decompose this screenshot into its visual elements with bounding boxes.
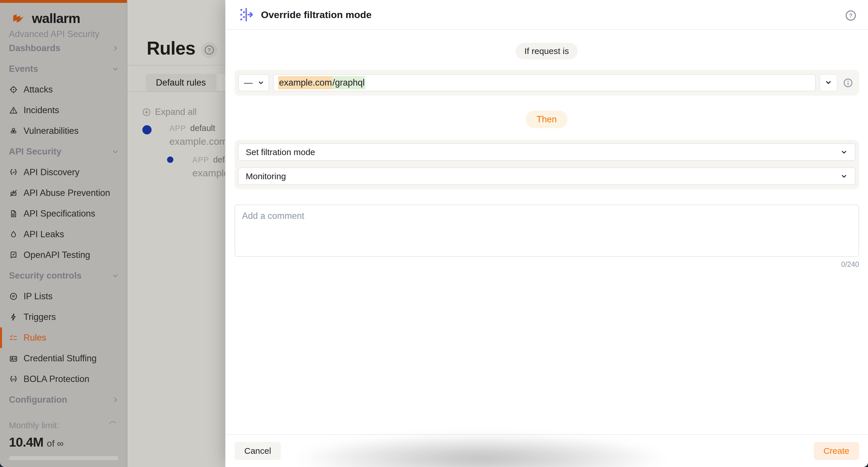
modal-help-icon[interactable]: ? — [844, 9, 857, 22]
create-button[interactable]: Create — [814, 442, 859, 460]
action-select[interactable]: Set filtration mode — [238, 143, 856, 161]
modal-header: Override filtration mode ? — [225, 0, 868, 30]
action-select-value: Set filtration mode — [246, 147, 315, 157]
condition-expand-button[interactable] — [819, 74, 837, 91]
info-icon[interactable] — [843, 78, 854, 88]
if-request-pill: If request is — [516, 43, 578, 59]
filtration-mode-value: Monitoring — [246, 172, 286, 181]
chevron-down-icon — [840, 172, 848, 180]
chevron-down-icon — [840, 148, 848, 156]
url-path-token: /graphql — [332, 76, 365, 89]
comment-textarea[interactable] — [235, 204, 859, 257]
modal-title: Override filtration mode — [261, 9, 371, 20]
condition-operator-select[interactable]: — — [238, 74, 269, 91]
action-group: Set filtration mode Monitoring — [235, 140, 859, 189]
condition-operator-value: — — [244, 78, 253, 88]
modal-body: If request is — example.com/graphql — [225, 30, 868, 434]
condition-group: — example.com/graphql — [235, 70, 859, 96]
app-window: wallarm Advanced API Security Dashboards… — [0, 0, 868, 467]
filtration-mode-select[interactable]: Monitoring — [238, 168, 856, 185]
chevron-down-icon — [825, 79, 832, 87]
url-condition-input[interactable]: example.com/graphql — [273, 74, 816, 91]
then-pill: Then — [526, 111, 567, 128]
url-host-token: example.com — [278, 76, 332, 89]
override-filtration-modal: Override filtration mode ? If request is… — [225, 0, 868, 467]
override-mode-icon — [239, 7, 255, 22]
comment-counter: 0/240 — [225, 260, 859, 268]
cancel-button[interactable]: Cancel — [235, 442, 281, 460]
svg-text:?: ? — [849, 12, 852, 19]
modal-footer: Cancel Create — [225, 434, 868, 467]
chevron-down-icon — [257, 79, 265, 86]
